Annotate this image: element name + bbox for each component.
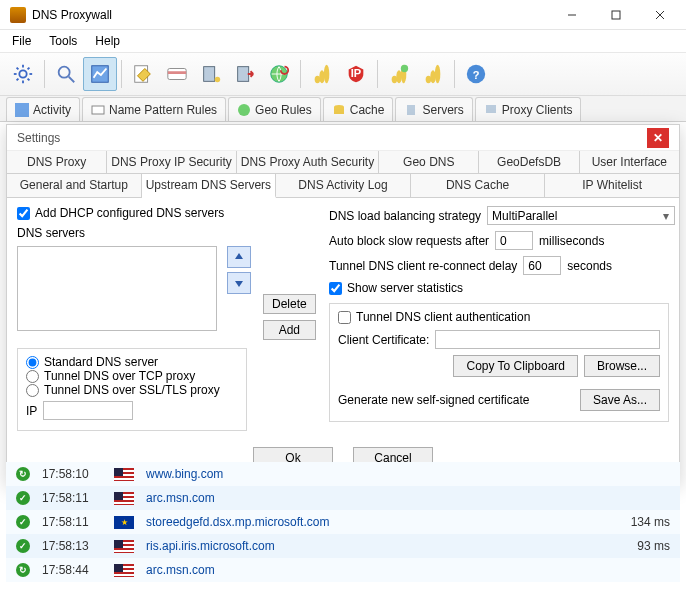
settings-dialog: Settings ✕ DNS Proxy DNS Proxy IP Securi… [6, 124, 680, 484]
autoblock-label: Auto block slow requests after [329, 234, 489, 248]
dtab-ui[interactable]: User Interface [580, 151, 679, 173]
svg-point-13 [59, 67, 70, 78]
dtab-dns-proxy[interactable]: DNS Proxy [7, 151, 107, 173]
toolbar-server-icon[interactable] [194, 57, 228, 91]
dtab-geodb[interactable]: GeoDefsDB [479, 151, 579, 173]
svg-rect-41 [407, 105, 415, 115]
window-title: DNS Proxywall [32, 8, 550, 22]
svg-line-14 [69, 77, 75, 83]
log-row[interactable]: ✓ 17:58:13 ris.api.iris.microsoft.com 93… [6, 534, 680, 558]
flag-us-icon [114, 468, 134, 481]
log-row[interactable]: ↻ 17:58:10 www.bing.com [6, 462, 680, 486]
dtab-upstream[interactable]: Upstream DNS Servers [142, 174, 277, 198]
dtab-ip-whitelist[interactable]: IP Whitelist [545, 174, 679, 197]
toolbar-help-icon[interactable]: ? [459, 57, 493, 91]
toolbar-stats3-icon[interactable] [416, 57, 450, 91]
activity-icon [15, 103, 29, 117]
toolbar: IP ? [0, 52, 686, 96]
radio-standard[interactable]: Standard DNS server [26, 355, 238, 369]
dialog-titlebar: Settings ✕ [7, 125, 679, 151]
dtab-activity-log[interactable]: DNS Activity Log [276, 174, 411, 197]
dtab-general[interactable]: General and Startup [7, 174, 142, 197]
toolbar-stats2-icon[interactable] [382, 57, 416, 91]
tab-proxy-clients[interactable]: Proxy Clients [475, 97, 582, 121]
tab-activity[interactable]: Activity [6, 97, 80, 121]
toolbar-search-icon[interactable] [49, 57, 83, 91]
svg-point-20 [215, 77, 221, 83]
menu-tools[interactable]: Tools [41, 32, 85, 50]
reconnect-input[interactable] [523, 256, 561, 275]
toolbar-export-icon[interactable] [228, 57, 262, 91]
tab-cache[interactable]: Cache [323, 97, 394, 121]
dialog-close-button[interactable]: ✕ [647, 128, 669, 148]
toolbar-activity-icon[interactable] [83, 57, 117, 91]
tab-servers[interactable]: Servers [395, 97, 472, 121]
add-dhcp-checkbox[interactable]: Add DHCP configured DNS servers [17, 206, 317, 220]
log-time: 17:58:11 [42, 515, 102, 529]
dtab-geo-dns[interactable]: Geo DNS [379, 151, 479, 173]
tunnel-auth-checkbox[interactable]: Tunnel DNS client authentication [338, 310, 660, 324]
move-up-button[interactable] [227, 246, 251, 268]
show-stats-checkbox[interactable]: Show server statistics [329, 281, 669, 295]
status-recycle-icon: ↻ [16, 467, 30, 481]
dtab-cache[interactable]: DNS Cache [411, 174, 546, 197]
radio-tcp[interactable]: Tunnel DNS over TCP proxy [26, 369, 238, 383]
auth-fieldset: Tunnel DNS client authentication Client … [329, 303, 669, 422]
status-ok-icon: ✓ [16, 491, 30, 505]
toolbar-settings-icon[interactable] [6, 57, 40, 91]
svg-line-9 [17, 68, 19, 70]
autoblock-input[interactable] [495, 231, 533, 250]
dialog-tabs-row2: General and Startup Upstream DNS Servers… [7, 174, 679, 198]
log-time: 17:58:13 [42, 539, 102, 553]
maximize-button[interactable] [594, 1, 638, 29]
titlebar: DNS Proxywall [0, 0, 686, 30]
flag-us-icon [114, 564, 134, 577]
client-cert-input[interactable] [435, 330, 660, 349]
ip-input[interactable] [43, 401, 133, 420]
status-ok-icon: ✓ [16, 515, 30, 529]
toolbar-ip-icon[interactable]: IP [339, 57, 373, 91]
log-row[interactable]: ✓ 17:58:11 arc.msn.com [6, 486, 680, 510]
log-row[interactable]: ↻ 17:58:44 arc.msn.com [6, 558, 680, 582]
toolbar-edit-icon[interactable] [126, 57, 160, 91]
tab-geo-rules[interactable]: Geo Rules [228, 97, 321, 121]
svg-line-11 [17, 79, 19, 81]
dns-servers-list[interactable] [17, 246, 217, 331]
log-domain: arc.msn.com [146, 563, 598, 577]
dns-servers-label: DNS servers [17, 226, 317, 240]
menu-help[interactable]: Help [87, 32, 128, 50]
ip-label: IP [26, 404, 37, 418]
minimize-button[interactable] [550, 1, 594, 29]
dtab-auth-security[interactable]: DNS Proxy Auth Security [237, 151, 379, 173]
log-domain: www.bing.com [146, 467, 598, 481]
svg-rect-36 [15, 103, 29, 117]
svg-rect-1 [612, 11, 620, 19]
client-cert-label: Client Certificate: [338, 333, 429, 347]
log-row[interactable]: ✓ 17:58:11 ★ storeedgefd.dsx.mp.microsof… [6, 510, 680, 534]
svg-point-25 [324, 65, 330, 83]
toolbar-stats-icon[interactable] [305, 57, 339, 91]
chevron-down-icon[interactable]: ▾ [663, 209, 669, 223]
delete-button[interactable]: Delete [263, 294, 316, 314]
svg-point-4 [19, 70, 26, 77]
toolbar-card-icon[interactable] [160, 57, 194, 91]
clients-icon [484, 103, 498, 117]
tab-name-rules[interactable]: Name Pattern Rules [82, 97, 226, 121]
reconnect-unit: seconds [567, 259, 612, 273]
add-dhcp-input[interactable] [17, 207, 30, 220]
toolbar-globe-refresh-icon[interactable] [262, 57, 296, 91]
copy-clipboard-button[interactable]: Copy To Clipboard [453, 355, 578, 377]
svg-rect-37 [92, 106, 104, 114]
save-as-button[interactable]: Save As... [580, 389, 660, 411]
browse-button[interactable]: Browse... [584, 355, 660, 377]
status-recycle-icon: ↻ [16, 563, 30, 577]
close-button[interactable] [638, 1, 682, 29]
move-down-button[interactable] [227, 272, 251, 294]
add-button[interactable]: Add [263, 320, 316, 340]
dtab-ip-security[interactable]: DNS Proxy IP Security [107, 151, 236, 173]
svg-line-10 [28, 79, 30, 81]
lb-select[interactable] [487, 206, 675, 225]
menu-file[interactable]: File [4, 32, 39, 50]
radio-ssl[interactable]: Tunnel DNS over SSL/TLS proxy [26, 383, 238, 397]
activity-log: ↻ 17:58:10 www.bing.com ✓ 17:58:11 arc.m… [6, 462, 680, 587]
